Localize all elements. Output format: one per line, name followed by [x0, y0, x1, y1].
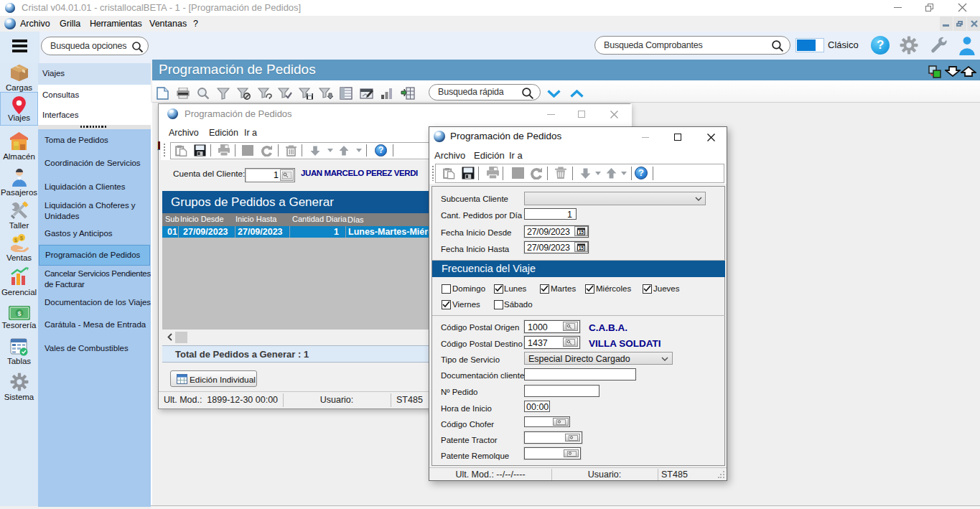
svg-text:$: $ — [20, 235, 24, 241]
svg-text:$: $ — [14, 238, 17, 243]
svg-text:15: 15 — [579, 230, 584, 235]
svg-text:$: $ — [17, 310, 21, 317]
svg-text:15: 15 — [579, 246, 584, 251]
